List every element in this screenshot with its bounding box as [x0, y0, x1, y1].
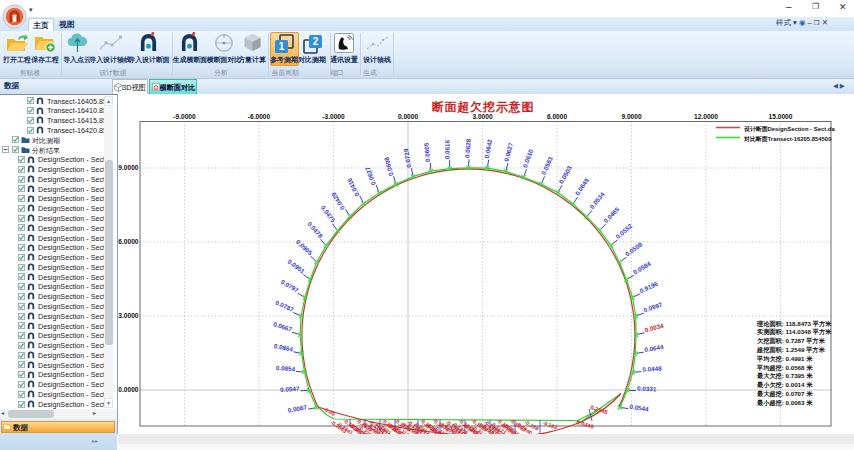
svg-text:最大超挖: 0.0707 米: 最大超挖: 0.0707 米	[756, 390, 813, 398]
svg-text:超挖面积: 1.2549 平方米: 超挖面积: 1.2549 平方米	[756, 346, 826, 354]
svg-text:0.0331: 0.0331	[637, 385, 657, 393]
svg-text:欠挖面积: 0.7287 平方米: 欠挖面积: 0.7287 平方米	[756, 337, 826, 345]
svg-text:最小欠挖: 0.0014 米: 最小欠挖: 0.0014 米	[756, 381, 813, 389]
svg-text:-6.0000: -6.0000	[248, 113, 271, 120]
svg-text:最小超挖: 0.0063 米: 最小超挖: 0.0063 米	[756, 399, 813, 407]
svg-text:平均欠挖: 0.4991 米: 平均欠挖: 0.4991 米	[756, 355, 813, 363]
svg-text:9.0000: 9.0000	[118, 164, 139, 171]
svg-text:-3.0000: -3.0000	[322, 113, 345, 120]
svg-text:0.0000: 0.0000	[118, 386, 139, 393]
svg-text:15.0000: 15.0000	[769, 113, 793, 120]
svg-text:实测面积: 114.0348 平方米: 实测面积: 114.0348 平方米	[757, 328, 832, 336]
svg-text:设计断面DesignSection - Sect.da: 设计断面DesignSection - Sect.da	[743, 125, 835, 133]
svg-text:9.0000: 9.0000	[621, 113, 642, 120]
svg-text:理论面积: 118.8473 平方米: 理论面积: 118.8473 平方米	[756, 320, 832, 328]
svg-text:对比断面Transect-16205.854500: 对比断面Transect-16205.854500	[743, 135, 832, 143]
svg-text:0.0547: 0.0547	[280, 385, 300, 393]
svg-text:平均超挖: 0.0568 米: 平均超挖: 0.0568 米	[756, 364, 813, 372]
svg-text:最大欠挖: 0.7395 米: 最大欠挖: 0.7395 米	[756, 372, 813, 380]
svg-text:3.0000: 3.0000	[472, 113, 493, 120]
svg-text:12.0000: 12.0000	[694, 113, 718, 120]
svg-text:0.0448: 0.0448	[642, 365, 662, 373]
svg-text:断面超欠挖示意图: 断面超欠挖示意图	[432, 100, 534, 114]
svg-text:-9.0000: -9.0000	[173, 113, 196, 120]
svg-text:0.0616: 0.0616	[444, 139, 451, 159]
svg-text:1: 1	[279, 41, 285, 52]
svg-text:0.0854: 0.0854	[276, 364, 296, 372]
svg-text:6.0000: 6.0000	[118, 238, 139, 245]
svg-text:0.0000: 0.0000	[398, 113, 419, 120]
svg-text:3.0000: 3.0000	[118, 312, 139, 319]
svg-text:2: 2	[313, 36, 319, 47]
svg-text:6.0000: 6.0000	[547, 113, 568, 120]
